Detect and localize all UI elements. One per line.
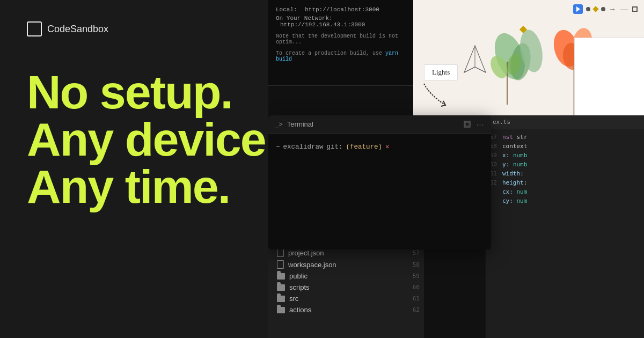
headline-line3: Any time.: [27, 163, 284, 210]
folder-name-actions: actions: [289, 306, 311, 314]
local-url: http://localhost:3000: [305, 6, 379, 13]
svg-rect-16: [465, 122, 469, 126]
toolbar-rect-icon[interactable]: [632, 6, 638, 12]
folder-icon-public: [277, 273, 285, 280]
main-terminal: _> Terminal ··· ~ excalidraw git: (featu…: [268, 115, 491, 249]
prompt-dir: excalidraw: [283, 142, 324, 152]
line-num-62: 62: [413, 306, 420, 313]
folder-name-public: public: [289, 272, 308, 280]
code-filename: ex.ts: [486, 115, 644, 129]
svg-line-2: [475, 67, 486, 72]
file-row-actions[interactable]: actions 62: [268, 304, 424, 315]
svg-marker-0: [464, 46, 486, 72]
folder-name-scripts: scripts: [289, 283, 310, 291]
folder-icon-actions: [277, 307, 285, 313]
terminal-title-text: Terminal: [287, 120, 313, 128]
code-line-cy: cy: num: [486, 196, 644, 205]
toolbar-circle-icon[interactable]: [601, 7, 605, 11]
more-dots-icon: ···: [477, 120, 485, 129]
svg-point-5: [508, 41, 533, 82]
terminal-titlebar: _> Terminal ···: [268, 115, 491, 134]
terminal-expand-btn[interactable]: [463, 120, 472, 129]
file-icon-doc: [277, 248, 284, 257]
logo-text: CodeSandbox: [47, 24, 108, 35]
right-panel: Local: http://localhost:3000 On Your Net…: [268, 0, 644, 338]
lights-button-label: Lights: [432, 68, 450, 76]
file-explorer-rows: project.json 57 workspace.json 58 public…: [268, 245, 424, 315]
diamond-shape: [518, 24, 529, 37]
local-label: Local:: [276, 6, 297, 13]
toolbar-arrow-icon[interactable]: →: [609, 5, 616, 13]
toolbar-stop-dot[interactable]: [586, 7, 590, 11]
line-num-59: 59: [413, 273, 420, 280]
code-line-57: 57 nst str: [486, 133, 644, 142]
line-num-58: 58: [413, 261, 420, 268]
code-line-62: 62 height:: [486, 178, 644, 187]
toolbar-line-icon[interactable]: —: [620, 5, 628, 13]
line-num-61: 61: [413, 295, 420, 302]
logo-area: CodeSandbox: [27, 21, 284, 36]
file-row-public[interactable]: public 59: [268, 270, 424, 282]
toolbar-diamond-icon[interactable]: [592, 6, 598, 12]
code-line-60: 60 y: numb: [486, 160, 644, 169]
terminal-title-actions: ···: [463, 120, 485, 129]
file-row-workspace-json[interactable]: workspace.json 58: [268, 259, 424, 270]
svg-rect-14: [519, 26, 527, 33]
terminal-note2: To create a production build, use yarn b…: [276, 50, 411, 62]
white-card-overlay: [574, 38, 644, 118]
file-icon-doc-2: [277, 260, 284, 269]
code-line-58: 58 context: [486, 142, 644, 151]
prompt-tilde: ~: [276, 142, 280, 152]
code-line-59: 59 x: numb: [486, 151, 644, 160]
svg-point-12: [487, 53, 511, 81]
folder-icon-src: [277, 296, 285, 302]
terminal-body: ~ excalidraw git: (feature) ✕: [268, 134, 491, 161]
arrow-sketch: [419, 78, 462, 113]
headline-line2: Any device.: [27, 116, 284, 163]
code-line-61: 61 width:: [486, 169, 644, 178]
top-terminal-preview: Local: http://localhost:3000 On Your Net…: [268, 0, 419, 86]
svg-line-1: [464, 67, 475, 72]
design-toolbar: → —: [413, 4, 644, 14]
folder-icon-scripts: [277, 284, 285, 291]
terminal-local-line: Local: http://localhost:3000: [276, 6, 411, 13]
hero-section: CodeSandbox No setup. Any device. Any ti…: [0, 0, 311, 338]
logo-icon: [27, 21, 42, 36]
svg-point-4: [489, 29, 531, 84]
prompt-branch: (feature): [346, 142, 383, 152]
svg-point-13: [505, 53, 523, 77]
file-name-workspace-json: workspace.json: [288, 261, 336, 269]
file-explorer: project.json 57 workspace.json 58 public…: [268, 244, 424, 338]
network-label: On Your Network:: [276, 15, 333, 21]
code-line-cx: cx: num: [486, 187, 644, 196]
hero-headline: No setup. Any device. Any time.: [27, 69, 284, 210]
play-icon: [576, 6, 580, 12]
code-lines: 57 nst str 58 context 59 x: numb 60 y: n…: [486, 129, 644, 209]
note1-text: Note that the development build is not o…: [276, 33, 398, 45]
line-num-60: 60: [413, 284, 420, 291]
design-panel: → —: [413, 0, 644, 123]
play-toolbar-btn[interactable]: [573, 4, 583, 14]
terminal-note1: Note that the development build is not o…: [276, 33, 411, 45]
code-panel: ex.ts 57 nst str 58 context 59 x: numb 6…: [486, 115, 644, 338]
prompt-x: ✕: [385, 142, 390, 152]
terminal-prompt-icon: _>: [275, 120, 283, 128]
line-num-57: 57: [413, 249, 420, 256]
folder-name-src: src: [289, 295, 298, 303]
prompt-git-label: git:: [327, 142, 343, 152]
network-url: http://192.168.43.1:3000: [280, 21, 365, 28]
terminal-more-btn[interactable]: ···: [476, 120, 485, 129]
file-row-src[interactable]: src 61: [268, 293, 424, 304]
terminal-network-line: On Your Network: http://192.168.43.1:300…: [276, 15, 411, 28]
terminal-prompt-line: ~ excalidraw git: (feature) ✕: [276, 142, 484, 152]
file-row-scripts[interactable]: scripts 60: [268, 282, 424, 293]
headline-line1: No setup.: [27, 69, 284, 116]
note2-text: To create a production build, use: [276, 50, 385, 56]
file-name-project-json: project.json: [288, 249, 324, 257]
